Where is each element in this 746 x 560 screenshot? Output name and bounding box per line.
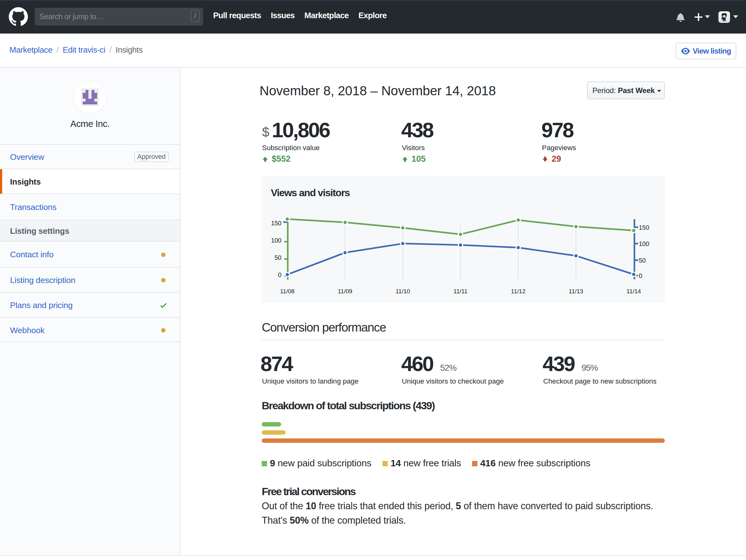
svg-text:0: 0 xyxy=(278,271,282,278)
svg-text:11/10: 11/10 xyxy=(396,288,410,295)
svg-text:0: 0 xyxy=(639,272,642,279)
svg-text:150: 150 xyxy=(639,224,649,231)
svg-text:50: 50 xyxy=(639,257,646,264)
svg-text:11/08: 11/08 xyxy=(280,288,295,295)
svg-text:100: 100 xyxy=(271,237,282,244)
svg-text:11/11: 11/11 xyxy=(454,288,468,295)
svg-text:11/12: 11/12 xyxy=(511,288,525,295)
svg-text:150: 150 xyxy=(271,220,282,227)
svg-text:11/09: 11/09 xyxy=(338,288,352,295)
svg-text:100: 100 xyxy=(639,240,649,247)
svg-text:50: 50 xyxy=(275,254,282,261)
svg-text:11/14: 11/14 xyxy=(627,288,641,295)
svg-text:11/13: 11/13 xyxy=(569,288,583,295)
